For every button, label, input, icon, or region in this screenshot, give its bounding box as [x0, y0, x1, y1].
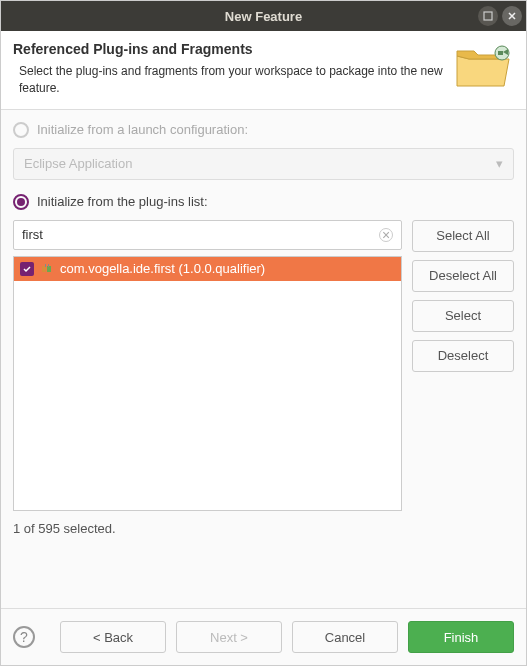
radio-label-launch: Initialize from a launch configuration: [37, 122, 248, 137]
plugins-list[interactable]: com.vogella.ide.first (1.0.0.qualifier) [13, 256, 402, 511]
select-all-button[interactable]: Select All [412, 220, 514, 252]
wizard-header: Referenced Plug-ins and Fragments Select… [1, 31, 526, 110]
radio-plugins-list[interactable]: Initialize from the plug-ins list: [13, 194, 514, 210]
window-title: New Feature [225, 9, 302, 24]
titlebar: New Feature [1, 1, 526, 31]
chevron-down-icon: ▾ [496, 156, 503, 171]
radio-button-plugins[interactable] [13, 194, 29, 210]
maximize-button[interactable] [478, 6, 498, 26]
folder-icon [454, 41, 514, 91]
clear-filter-icon[interactable]: × [379, 228, 393, 242]
close-button[interactable] [502, 6, 522, 26]
next-button: Next > [176, 621, 282, 653]
finish-button[interactable]: Finish [408, 621, 514, 653]
wizard-footer: ? < Back Next > Cancel Finish [1, 608, 526, 665]
svg-rect-2 [498, 51, 503, 55]
combo-placeholder: Eclipse Application [24, 156, 132, 171]
back-button[interactable]: < Back [60, 621, 166, 653]
launch-config-combo: Eclipse Application ▾ [13, 148, 514, 180]
plugin-icon [40, 262, 54, 276]
checkbox[interactable] [20, 262, 34, 276]
help-button[interactable]: ? [13, 626, 35, 648]
svg-rect-6 [48, 264, 49, 267]
radio-label-plugins: Initialize from the plug-ins list: [37, 194, 208, 209]
list-item[interactable]: com.vogella.ide.first (1.0.0.qualifier) [14, 257, 401, 281]
filter-box[interactable]: × [13, 220, 402, 250]
svg-rect-0 [484, 12, 492, 20]
titlebar-buttons [478, 6, 522, 26]
cancel-button[interactable]: Cancel [292, 621, 398, 653]
page-description: Select the plug-ins and fragments from y… [13, 63, 454, 97]
selection-status: 1 of 595 selected. [13, 521, 402, 536]
select-button[interactable]: Select [412, 300, 514, 332]
list-item-label: com.vogella.ide.first (1.0.0.qualifier) [60, 261, 265, 276]
page-title: Referenced Plug-ins and Fragments [13, 41, 454, 57]
deselect-button[interactable]: Deselect [412, 340, 514, 372]
radio-button-launch [13, 122, 29, 138]
filter-input[interactable] [22, 227, 379, 242]
svg-rect-5 [45, 264, 46, 267]
deselect-all-button[interactable]: Deselect All [412, 260, 514, 292]
radio-launch-config: Initialize from a launch configuration: [13, 122, 514, 138]
wizard-content: Initialize from a launch configuration: … [1, 110, 526, 608]
